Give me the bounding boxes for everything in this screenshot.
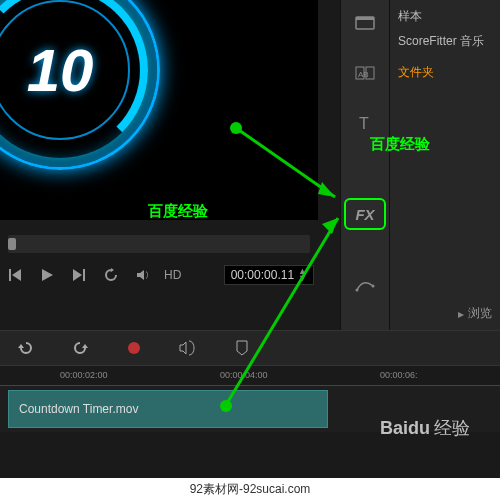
loop-button[interactable] [100, 264, 122, 286]
folder-label[interactable]: 文件夹 [398, 64, 492, 81]
scorefitter-label[interactable]: ScoreFitter 音乐 [398, 33, 492, 50]
countdown-number: 10 [0, 0, 160, 170]
hd-label: HD [164, 268, 181, 282]
svg-point-3 [361, 18, 363, 20]
svg-point-10 [128, 342, 140, 354]
countdown-graphic: 10 [0, 0, 160, 170]
audio-tool-icon[interactable] [176, 336, 200, 360]
video-clip[interactable]: Countdown Timer.mov [8, 390, 328, 428]
svg-marker-14 [322, 218, 338, 234]
preview-panel: 10 [0, 0, 318, 220]
svg-marker-12 [318, 182, 335, 197]
svg-point-2 [358, 18, 360, 20]
prev-clip-button[interactable] [4, 264, 26, 286]
svg-point-9 [372, 285, 375, 288]
annotation-dot [220, 400, 232, 412]
svg-text:AB: AB [358, 70, 369, 79]
watermark: Baidu经验 [380, 416, 470, 440]
footer-bar: 92素材网-92sucai.com [0, 478, 500, 500]
transport-bar: HD 00:00:00.11 ▲▼ [4, 260, 314, 290]
scrubber-slider[interactable] [8, 235, 310, 253]
undo-icon[interactable] [14, 336, 38, 360]
title-icon[interactable]: T [347, 108, 383, 138]
svg-point-8 [356, 289, 359, 292]
scrubber-area [0, 235, 318, 253]
redo-icon[interactable] [68, 336, 92, 360]
transition-icon[interactable]: AB [347, 58, 383, 88]
marker-icon[interactable] [230, 336, 254, 360]
sample-label[interactable]: 样本 [398, 8, 492, 25]
next-clip-button[interactable] [68, 264, 90, 286]
browse-button[interactable]: 浏览 [458, 305, 492, 322]
record-icon[interactable] [122, 336, 146, 360]
annotation-dot [230, 122, 242, 134]
timeline-toolbar [0, 330, 500, 366]
timecode-display[interactable]: 00:00:00.11 ▲▼ [224, 265, 314, 285]
path-icon[interactable] [347, 270, 383, 300]
media-icon[interactable] [347, 8, 383, 38]
library-panel: 样本 ScoreFitter 音乐 文件夹 浏览 [390, 0, 500, 330]
play-button[interactable] [36, 264, 58, 286]
audio-button[interactable] [132, 264, 154, 286]
fx-button[interactable]: FX [344, 198, 386, 230]
tool-sidebar: AB T FX [340, 0, 390, 330]
svg-text:T: T [359, 115, 369, 132]
timeline-ruler[interactable]: 00:00:02:00 00:00:04:00 00:00:06: [0, 366, 500, 386]
